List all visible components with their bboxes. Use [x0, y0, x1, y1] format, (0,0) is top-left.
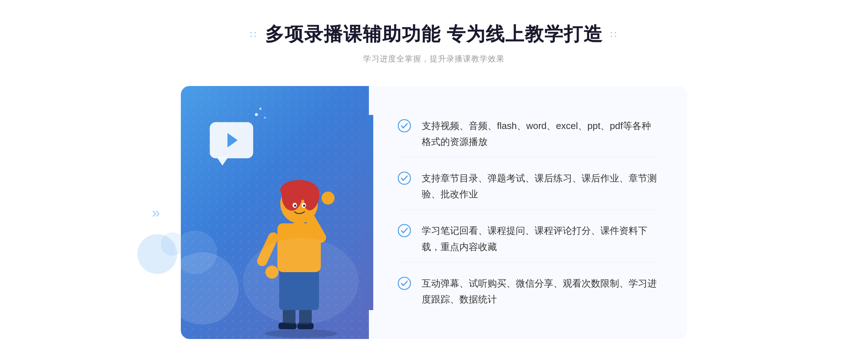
svg-point-21 — [398, 120, 410, 132]
feature-text-4: 互动弹幕、试听购买、微信分享、观看次数限制、学习进度跟踪、数据统计 — [422, 275, 658, 307]
check-icon-1 — [398, 119, 411, 132]
deco-circle-small — [174, 231, 217, 274]
svg-point-19 — [303, 205, 305, 207]
content-area: » — [181, 86, 687, 339]
svg-point-18 — [294, 205, 296, 207]
svg-point-14 — [282, 182, 302, 211]
header-section: ∷ 多项录播课辅助功能 专为线上教学打造 ∷ 学习进度全掌握，提升录播课教学效果 — [250, 22, 618, 64]
main-title: 多项录播课辅助功能 专为线上教学打造 — [265, 22, 603, 47]
feature-item-1: 支持视频、音频、flash、word、excel、ppt、pdf等各种格式的资源… — [398, 111, 658, 157]
feature-text-1: 支持视频、音频、flash、word、excel、ppt、pdf等各种格式的资源… — [422, 118, 658, 150]
character-illustration — [236, 137, 366, 339]
svg-point-24 — [398, 277, 410, 289]
sparkle-dot-2 — [259, 108, 261, 110]
svg-point-0 — [265, 329, 337, 338]
subtitle: 学习进度全掌握，提升录播课教学效果 — [363, 53, 505, 64]
feature-text-2: 支持章节目录、弹题考试、课后练习、课后作业、章节测验、批改作业 — [422, 170, 658, 202]
check-icon-3 — [398, 224, 411, 237]
title-dots-right: ∷ — [610, 29, 618, 40]
feature-item-2: 支持章节目录、弹题考试、课后练习、课后作业、章节测验、批改作业 — [398, 163, 658, 210]
features-panel: 支持视频、音频、flash、word、excel、ppt、pdf等各种格式的资源… — [369, 86, 687, 339]
feature-item-3: 学习笔记回看、课程提问、课程评论打分、课件资料下载，重点内容收藏 — [398, 215, 658, 262]
svg-point-22 — [398, 172, 410, 184]
title-dots-left: ∷ — [250, 29, 258, 40]
feature-item-4: 互动弹幕、试听购买、微信分享、观看次数限制、学习进度跟踪、数据统计 — [398, 268, 658, 314]
page-container: ∷ 多项录播课辅助功能 专为线上教学打造 ∷ 学习进度全掌握，提升录播课教学效果… — [0, 22, 868, 339]
check-icon-4 — [398, 277, 411, 290]
blue-sidebar-accent — [365, 115, 373, 310]
title-row: ∷ 多项录播课辅助功能 专为线上教学打造 ∷ — [250, 22, 618, 47]
illustration-panel — [181, 86, 369, 339]
svg-point-20 — [243, 238, 359, 325]
check-icon-2 — [398, 172, 411, 185]
feature-text-3: 学习笔记回看、课程提问、课程评论打分、课件资料下载，重点内容收藏 — [422, 223, 658, 254]
svg-point-23 — [398, 224, 410, 237]
sparkle-dot-1 — [255, 113, 258, 116]
svg-point-9 — [322, 192, 335, 205]
sparkle-dot-3 — [264, 117, 266, 119]
left-chevrons-icon: » — [152, 205, 157, 221]
